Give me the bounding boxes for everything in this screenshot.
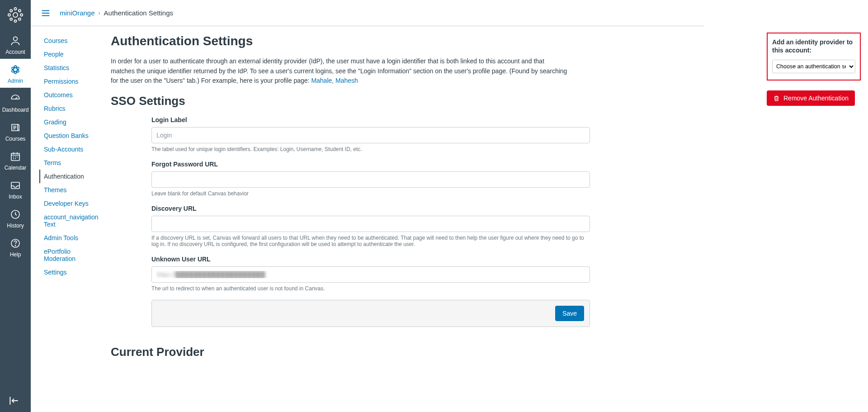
courses-icon xyxy=(9,121,22,134)
profile-link[interactable]: Mahale, Mahesh xyxy=(311,77,358,84)
main-content: Authentication Settings In order for a u… xyxy=(111,34,590,359)
discovery-url-label: Discovery URL xyxy=(151,205,590,212)
svg-point-5 xyxy=(10,9,12,12)
svg-point-1 xyxy=(14,8,16,10)
idp-select[interactable]: Choose an authentication service xyxy=(772,60,855,73)
svg-point-8 xyxy=(19,18,21,20)
svg-point-17 xyxy=(15,245,15,246)
login-label-label: Login Label xyxy=(151,116,590,123)
account-subnav: CoursesPeopleStatisticsPermissionsOutcom… xyxy=(39,34,103,279)
help-icon xyxy=(9,237,22,250)
subnav-item-sub-accounts[interactable]: Sub-Accounts xyxy=(39,142,103,156)
nav-inbox-label: Inbox xyxy=(9,194,22,200)
discovery-url-input[interactable] xyxy=(151,216,590,232)
unknown-user-url-label: Unknown User URL xyxy=(151,256,590,263)
topbar: miniOrange › Authentication Settings xyxy=(31,0,704,26)
login-label-help: The label used for unique login identifi… xyxy=(151,146,590,152)
account-icon xyxy=(9,34,22,47)
subnav-item-eportfolio-moderation[interactable]: ePortfolio Moderation xyxy=(39,245,103,265)
unknown-user-url-input[interactable] xyxy=(151,266,590,283)
nav-admin[interactable]: Admin xyxy=(0,59,31,88)
calendar-icon xyxy=(9,150,22,163)
svg-point-4 xyxy=(20,14,23,16)
subnav-item-outcomes[interactable]: Outcomes xyxy=(39,88,103,102)
svg-point-6 xyxy=(19,9,21,12)
remove-authentication-label: Remove Authentication xyxy=(783,95,849,102)
nav-history-label: History xyxy=(7,223,24,229)
remove-authentication-button[interactable]: Remove Authentication xyxy=(767,90,855,106)
subnav-item-question-banks[interactable]: Question Banks xyxy=(39,129,103,142)
page-title: Authentication Settings xyxy=(111,34,590,48)
dashboard-icon xyxy=(9,92,22,105)
login-label-input[interactable] xyxy=(151,127,590,143)
subnav-item-grading[interactable]: Grading xyxy=(39,115,103,129)
forgot-url-input[interactable] xyxy=(151,171,590,188)
nav-collapse[interactable] xyxy=(0,389,31,412)
global-nav: Account Admin Dashboard Courses Calendar… xyxy=(0,0,31,412)
add-idp-box: Add an identity provider to this account… xyxy=(767,33,861,81)
nav-calendar-label: Calendar xyxy=(5,165,27,171)
svg-point-7 xyxy=(10,18,12,20)
hamburger-menu[interactable] xyxy=(40,7,52,19)
subnav-item-statistics[interactable]: Statistics xyxy=(39,61,103,75)
intro-paragraph: In order for a user to authenticate thro… xyxy=(111,57,567,86)
save-bar: Save xyxy=(151,300,590,327)
nav-account[interactable]: Account xyxy=(0,30,31,59)
svg-point-0 xyxy=(13,13,18,17)
nav-courses[interactable]: Courses xyxy=(0,117,31,146)
subnav-item-settings[interactable]: Settings xyxy=(39,265,103,279)
add-idp-title: Add an identity provider to this account… xyxy=(772,38,855,54)
svg-point-2 xyxy=(14,20,16,22)
nav-account-label: Account xyxy=(5,49,25,55)
subnav-item-themes[interactable]: Themes xyxy=(39,183,103,197)
forgot-url-label: Forgot Password URL xyxy=(151,161,590,168)
nav-inbox[interactable]: Inbox xyxy=(0,175,31,204)
chevron-right-icon: › xyxy=(99,10,100,16)
subnav-item-authentication[interactable]: Authentication xyxy=(39,170,103,183)
breadcrumb-root[interactable]: miniOrange xyxy=(60,9,95,17)
canvas-logo[interactable] xyxy=(8,7,23,23)
forgot-url-help: Leave blank for default Canvas behavior xyxy=(151,190,590,197)
breadcrumb-current: Authentication Settings xyxy=(104,9,173,17)
subnav-item-rubrics[interactable]: Rubrics xyxy=(39,102,103,115)
subnav-item-account-navigation-text[interactable]: account_navigation Text xyxy=(39,210,103,231)
save-button[interactable]: Save xyxy=(555,306,584,321)
svg-point-3 xyxy=(8,14,10,16)
nav-help[interactable]: Help xyxy=(0,232,31,261)
admin-icon xyxy=(9,63,22,76)
subnav-item-courses[interactable]: Courses xyxy=(39,34,103,47)
subnav-item-people[interactable]: People xyxy=(39,47,103,61)
nav-dashboard-label: Dashboard xyxy=(2,107,29,113)
subnav-item-permissions[interactable]: Permissions xyxy=(39,75,103,88)
svg-point-9 xyxy=(14,37,18,41)
nav-help-label: Help xyxy=(10,251,21,258)
sso-settings-heading: SSO Settings xyxy=(111,94,590,108)
right-panel: Add an identity provider to this account… xyxy=(767,33,861,106)
discovery-url-help: If a discovery URL is set, Canvas will f… xyxy=(151,235,590,247)
subnav-item-developer-keys[interactable]: Developer Keys xyxy=(39,197,103,210)
inbox-icon xyxy=(9,179,22,192)
current-provider-heading: Current Provider xyxy=(111,345,590,359)
subnav-item-terms[interactable]: Terms xyxy=(39,156,103,170)
history-icon xyxy=(9,208,22,221)
nav-dashboard[interactable]: Dashboard xyxy=(0,88,31,117)
nav-history[interactable]: History xyxy=(0,204,31,232)
breadcrumb: miniOrange › Authentication Settings xyxy=(60,9,173,17)
subnav-item-admin-tools[interactable]: Admin Tools xyxy=(39,231,103,245)
unknown-user-url-help: The url to redirect to when an authentic… xyxy=(151,285,590,292)
nav-admin-label: Admin xyxy=(8,78,23,84)
nav-calendar[interactable]: Calendar xyxy=(0,146,31,175)
trash-icon xyxy=(773,95,780,102)
svg-rect-14 xyxy=(11,182,19,189)
nav-courses-label: Courses xyxy=(5,136,26,142)
sso-form: Login Label The label used for unique lo… xyxy=(151,116,590,327)
